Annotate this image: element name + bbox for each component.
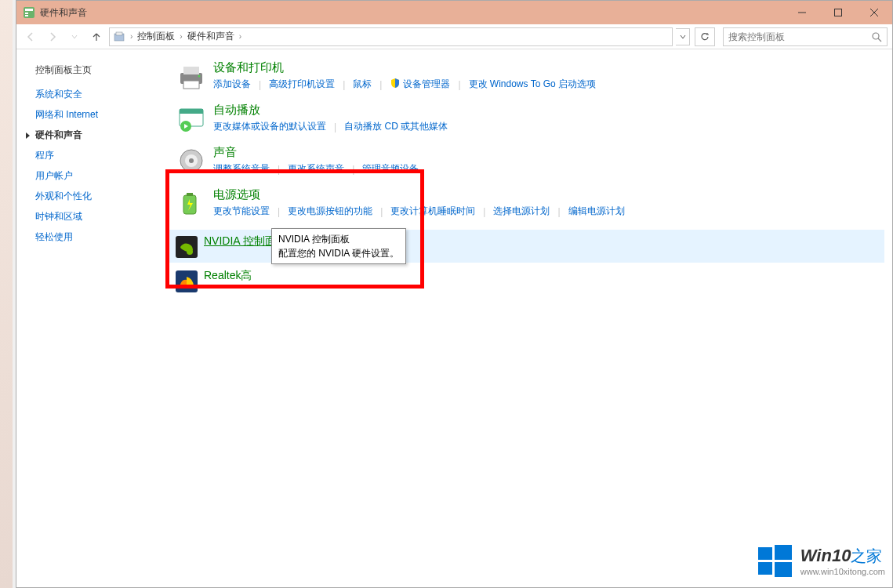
svg-point-10 xyxy=(873,33,879,39)
nav-bar: › 控制面板 › 硬件和声音 › xyxy=(16,24,892,49)
left-edge-decoration xyxy=(0,0,13,588)
sidebar-home[interactable]: 控制面板主页 xyxy=(35,64,169,77)
search-icon xyxy=(871,31,882,42)
maximize-button[interactable] xyxy=(820,1,856,24)
link-power-save[interactable]: 更改节能设置 xyxy=(213,205,270,218)
category-power: 电源选项 更改节能设置| 更改电源按钮的功能| 更改计算机睡眠时间| 选择电源计… xyxy=(169,187,884,219)
sidebar-item-hardware[interactable]: 硬件和声音 xyxy=(35,129,169,142)
printer-icon xyxy=(176,60,207,92)
category-autoplay: 自动播放 更改媒体或设备的默认设置| 自动播放 CD 或其他媒体 xyxy=(169,103,884,134)
control-panel-icon xyxy=(23,6,35,19)
breadcrumb-sep-icon: › xyxy=(236,32,245,41)
control-panel-window: 硬件和声音 › 控制面板 › 硬件和声音 › 控制面板主页 xyxy=(16,0,893,588)
power-icon xyxy=(176,187,207,219)
sound-icon xyxy=(176,145,207,176)
category-title[interactable]: Realtek高 xyxy=(204,269,884,283)
link-select-plan[interactable]: 选择电源计划 xyxy=(493,205,550,218)
shield-icon xyxy=(390,78,401,89)
search-input[interactable] xyxy=(728,31,871,42)
search-box[interactable] xyxy=(723,27,888,46)
link-media-default[interactable]: 更改媒体或设备的默认设置 xyxy=(213,120,326,133)
tooltip-desc: 配置您的 NVIDIA 硬件设置。 xyxy=(278,246,399,260)
svg-rect-14 xyxy=(183,81,199,89)
watermark-url: www.win10xitong.com xyxy=(800,567,885,576)
link-device-manager[interactable]: 设备管理器 xyxy=(390,78,450,91)
tooltip-title: NVIDIA 控制面板 xyxy=(278,232,399,246)
link-power-button[interactable]: 更改电源按钮的功能 xyxy=(288,205,372,218)
address-dropdown[interactable] xyxy=(676,28,690,45)
svg-rect-5 xyxy=(835,9,842,16)
recent-dropdown[interactable] xyxy=(65,27,84,46)
category-title[interactable]: 设备和打印机 xyxy=(213,60,884,75)
back-button[interactable] xyxy=(21,27,40,46)
category-title[interactable]: 电源选项 xyxy=(213,187,884,202)
svg-rect-27 xyxy=(758,547,772,560)
link-mouse[interactable]: 鼠标 xyxy=(353,78,372,91)
window-controls xyxy=(784,1,892,24)
link-audio-devices[interactable]: 管理音频设备 xyxy=(362,162,419,176)
svg-rect-29 xyxy=(758,562,772,575)
svg-rect-13 xyxy=(183,67,199,74)
svg-line-11 xyxy=(878,38,881,42)
svg-rect-17 xyxy=(180,109,203,114)
svg-rect-3 xyxy=(25,15,28,16)
svg-point-15 xyxy=(198,75,201,78)
link-autoplay-cd[interactable]: 自动播放 CD 或其他媒体 xyxy=(344,120,448,133)
location-icon xyxy=(113,31,125,43)
category-realtek: Realtek高 xyxy=(169,269,884,292)
sidebar-item-appearance[interactable]: 外观和个性化 xyxy=(35,190,169,203)
svg-rect-23 xyxy=(187,193,193,196)
realtek-icon xyxy=(176,270,198,292)
up-button[interactable] xyxy=(87,27,106,46)
link-wintogo[interactable]: 更改 Windows To Go 启动选项 xyxy=(469,78,596,91)
link-edit-plan[interactable]: 编辑电源计划 xyxy=(568,205,625,218)
sidebar-item-network[interactable]: 网络和 Internet xyxy=(35,108,169,122)
category-title[interactable]: 声音 xyxy=(213,145,884,160)
breadcrumb-item[interactable]: 控制面板 xyxy=(137,30,175,43)
breadcrumb-sep-icon: › xyxy=(127,32,136,41)
svg-rect-2 xyxy=(25,13,28,14)
svg-rect-9 xyxy=(116,32,122,35)
title-bar: 硬件和声音 xyxy=(16,1,892,24)
sidebar-item-clock[interactable]: 时钟和区域 xyxy=(35,210,169,223)
svg-point-25 xyxy=(187,249,193,255)
sidebar-item-ease[interactable]: 轻松使用 xyxy=(35,230,169,244)
sidebar-item-programs[interactable]: 程序 xyxy=(35,149,169,162)
main-content: 设备和打印机 添加设备| 高级打印机设置| 鼠标| 设备管理器| 更改 Wind… xyxy=(169,49,892,587)
link-sleep[interactable]: 更改计算机睡眠时间 xyxy=(390,205,475,218)
svg-point-21 xyxy=(189,158,194,163)
breadcrumb-sep-icon: › xyxy=(176,32,185,41)
win10-logo-icon xyxy=(755,541,794,580)
autoplay-icon xyxy=(176,103,207,134)
close-button[interactable] xyxy=(856,1,892,24)
sidebar-item-users[interactable]: 用户帐户 xyxy=(35,169,169,183)
svg-rect-30 xyxy=(775,562,792,577)
category-title[interactable]: 自动播放 xyxy=(213,103,884,118)
svg-rect-1 xyxy=(25,9,33,11)
forward-button[interactable] xyxy=(43,27,62,46)
link-system-sounds[interactable]: 更改系统声音 xyxy=(288,162,344,176)
sidebar-item-system[interactable]: 系统和安全 xyxy=(35,88,169,101)
refresh-button[interactable] xyxy=(695,27,715,46)
sidebar: 控制面板主页 系统和安全 网络和 Internet 硬件和声音 程序 用户帐户 … xyxy=(16,49,169,587)
nvidia-icon xyxy=(176,236,198,258)
tooltip: NVIDIA 控制面板 配置您的 NVIDIA 硬件设置。 xyxy=(271,228,406,264)
watermark: Win10之家 www.win10xitong.com xyxy=(755,541,885,580)
content-area: 控制面板主页 系统和安全 网络和 Internet 硬件和声音 程序 用户帐户 … xyxy=(16,49,892,587)
breadcrumb-item[interactable]: 硬件和声音 xyxy=(187,30,234,43)
window-title: 硬件和声音 xyxy=(40,6,87,20)
link-printer-settings[interactable]: 高级打印机设置 xyxy=(269,78,335,91)
category-devices: 设备和打印机 添加设备| 高级打印机设置| 鼠标| 设备管理器| 更改 Wind… xyxy=(169,60,884,92)
link-add-device[interactable]: 添加设备 xyxy=(213,78,251,91)
address-bar[interactable]: › 控制面板 › 硬件和声音 › xyxy=(109,27,673,46)
svg-rect-28 xyxy=(775,545,792,560)
link-volume[interactable]: 调整系统音量 xyxy=(213,162,270,176)
watermark-brand: Win10之家 xyxy=(800,546,885,567)
category-sound: 声音 调整系统音量| 更改系统声音| 管理音频设备 xyxy=(169,145,884,176)
minimize-button[interactable] xyxy=(784,1,820,24)
